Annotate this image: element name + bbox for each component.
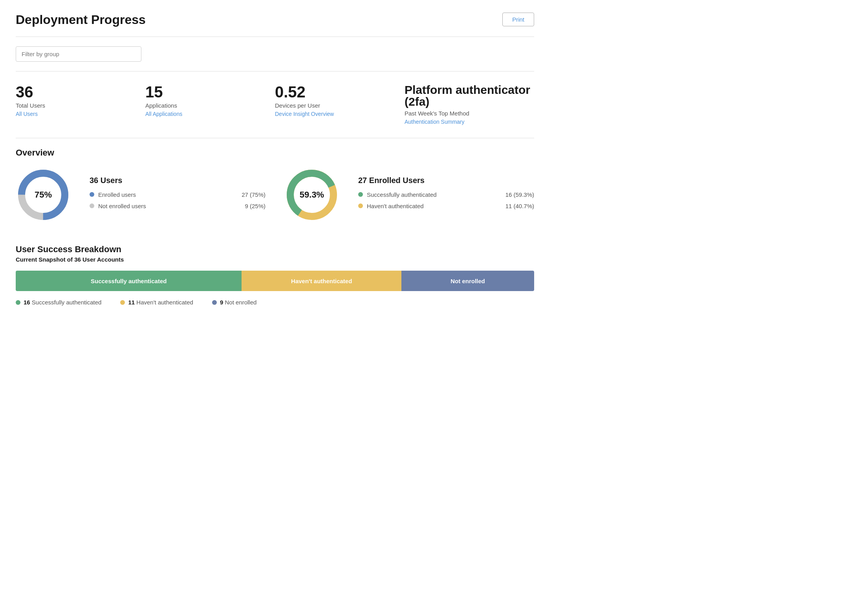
- auth-legend-value-0: 16 (59.3%): [503, 191, 534, 198]
- enrollment-donut: 75%: [16, 167, 71, 222]
- bottom-dot-1: [120, 300, 125, 305]
- bottom-legend-text-2: 9 Not enrolled: [220, 299, 256, 306]
- bottom-dot-2: [212, 300, 217, 305]
- enrollment-legend: 36 Users Enrolled users 27 (75%) Not enr…: [90, 176, 266, 214]
- auth-legend-text-0: Successfully authenticated: [367, 191, 499, 198]
- stat-number-3: Platform authenticator (2fa): [405, 84, 534, 108]
- progress-segment-0: Successfully authenticated: [16, 271, 242, 291]
- overview-section: Overview 75% 36 Users Enrolled users 27 …: [16, 148, 534, 222]
- stat-number-1: 15: [145, 84, 275, 100]
- header-divider: [16, 37, 534, 37]
- stat-number-0: 36: [16, 84, 145, 100]
- overview-content: 75% 36 Users Enrolled users 27 (75%) Not…: [16, 167, 534, 222]
- overview-title: Overview: [16, 148, 534, 158]
- stat-link-3[interactable]: Authentication Summary: [405, 119, 465, 125]
- enrollment-dot-1: [90, 203, 94, 208]
- stat-item-3: Platform authenticator (2fa) Past Week's…: [405, 84, 534, 125]
- page-title: Deployment Progress: [16, 13, 146, 27]
- bottom-legend-item-0: 16 Successfully authenticated: [16, 299, 101, 306]
- bottom-legend-text-0: 16 Successfully authenticated: [24, 299, 101, 306]
- bottom-legend-item-2: 9 Not enrolled: [212, 299, 256, 306]
- auth-legend-item-1: Haven't authenticated 11 (40.7%): [358, 203, 534, 209]
- stats-row: 36 Total Users All Users 15 Applications…: [16, 84, 534, 125]
- auth-legend-item-0: Successfully authenticated 16 (59.3%): [358, 191, 534, 198]
- auth-legend-title: 27 Enrolled Users: [358, 176, 534, 185]
- progress-segment-2: Not enrolled: [401, 271, 534, 291]
- bottom-legend-item-1: 11 Haven't authenticated: [120, 299, 193, 306]
- page-header: Deployment Progress Print: [16, 13, 534, 27]
- enrollment-dot-0: [90, 192, 94, 197]
- print-button[interactable]: Print: [502, 13, 534, 26]
- enrollment-legend-text-0: Enrolled users: [98, 191, 230, 198]
- auth-donut-label: 59.3%: [300, 190, 324, 200]
- enrollment-legend-text-1: Not enrolled users: [98, 203, 230, 209]
- enrollment-legend-item-0: Enrolled users 27 (75%): [90, 191, 266, 198]
- bottom-legend-text-1: 11 Haven't authenticated: [128, 299, 193, 306]
- enrollment-legend-item-1: Not enrolled users 9 (25%): [90, 203, 266, 209]
- stat-item-1: 15 Applications All Applications: [145, 84, 275, 125]
- stat-link-2[interactable]: Device Insight Overview: [275, 111, 334, 117]
- enrollment-donut-label: 75%: [35, 190, 52, 200]
- breakdown-title: User Success Breakdown: [16, 244, 534, 255]
- enrollment-legend-title: 36 Users: [90, 176, 266, 185]
- filter-divider: [16, 71, 534, 71]
- stats-divider: [16, 138, 534, 138]
- stat-label-2: Devices per User: [275, 102, 405, 109]
- auth-legend: 27 Enrolled Users Successfully authentic…: [358, 176, 534, 214]
- stat-label-0: Total Users: [16, 102, 145, 109]
- filter-section: [16, 46, 534, 62]
- auth-dot-1: [358, 203, 363, 208]
- auth-donut: 59.3%: [284, 167, 339, 222]
- stat-item-0: 36 Total Users All Users: [16, 84, 145, 125]
- stat-label-1: Applications: [145, 102, 275, 109]
- bottom-dot-0: [16, 300, 20, 305]
- stat-number-2: 0.52: [275, 84, 405, 100]
- stat-link-0[interactable]: All Users: [16, 111, 38, 117]
- stat-item-2: 0.52 Devices per User Device Insight Ove…: [275, 84, 405, 125]
- stat-link-1[interactable]: All Applications: [145, 111, 182, 117]
- auth-legend-value-1: 11 (40.7%): [503, 203, 534, 209]
- breakdown-progress-bar: Successfully authenticatedHaven't authen…: [16, 271, 534, 291]
- auth-dot-0: [358, 192, 363, 197]
- breakdown-section: User Success Breakdown Current Snapshot …: [16, 244, 534, 306]
- filter-input[interactable]: [16, 46, 141, 62]
- progress-segment-1: Haven't authenticated: [242, 271, 401, 291]
- breakdown-subtitle: Current Snapshot of 36 User Accounts: [16, 256, 534, 263]
- enrollment-legend-value-1: 9 (25%): [234, 203, 266, 209]
- breakdown-legend: 16 Successfully authenticated 11 Haven't…: [16, 299, 534, 306]
- auth-legend-text-1: Haven't authenticated: [367, 203, 499, 209]
- stat-label-3: Past Week's Top Method: [405, 110, 534, 117]
- enrollment-legend-value-0: 27 (75%): [234, 191, 266, 198]
